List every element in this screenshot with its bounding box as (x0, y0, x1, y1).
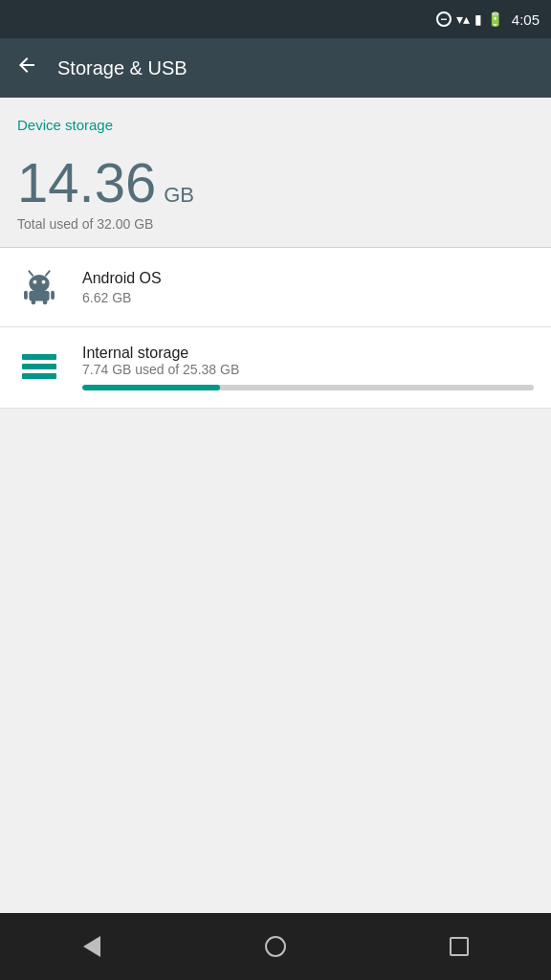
main-content: Device storage 14.36 GB Total used of 32… (0, 98, 551, 913)
storage-line-2 (22, 364, 56, 369)
nav-bar (0, 913, 551, 980)
svg-point-3 (33, 280, 37, 284)
internal-storage-text: Internal storage 7.74 GB used of 25.38 G… (82, 345, 534, 390)
status-icons: − ▾▴ ▮ 🔋 4:05 (436, 11, 540, 28)
back-nav-button[interactable] (63, 927, 121, 966)
do-not-disturb-icon: − (436, 11, 452, 27)
signal-icon: ▮ (474, 11, 482, 27)
svg-rect-8 (32, 300, 36, 304)
android-os-item[interactable]: Android OS 6.62 GB (0, 248, 551, 327)
storage-total-text: Total used of 32.00 GB (17, 216, 534, 232)
wifi-icon: ▾▴ (456, 11, 470, 27)
svg-line-2 (46, 271, 50, 276)
internal-storage-title: Internal storage (82, 345, 534, 362)
storage-amount-section: 14.36 GB Total used of 32.00 GB (0, 145, 551, 247)
storage-progress-fill (82, 385, 220, 390)
svg-line-1 (29, 271, 33, 276)
storage-used-number: 14.36 (17, 155, 156, 211)
top-app-bar: Storage & USB (0, 38, 551, 98)
svg-rect-5 (29, 291, 49, 301)
android-os-text: Android OS 6.62 GB (82, 270, 534, 305)
back-nav-icon (83, 936, 100, 957)
home-nav-icon (265, 936, 286, 957)
device-storage-label: Device storage (17, 117, 113, 133)
svg-point-4 (42, 280, 46, 284)
recents-nav-icon (450, 937, 469, 956)
device-storage-section: Device storage (0, 98, 551, 145)
back-button[interactable] (15, 54, 38, 82)
storage-icon (17, 345, 61, 389)
internal-storage-item[interactable]: Internal storage 7.74 GB used of 25.38 G… (0, 327, 551, 409)
storage-line-3 (22, 373, 56, 379)
status-bar: − ▾▴ ▮ 🔋 4:05 (0, 0, 551, 38)
android-icon (17, 265, 61, 309)
internal-storage-size: 7.74 GB used of 25.38 GB (82, 362, 534, 377)
status-time: 4:05 (512, 11, 540, 28)
page-title: Storage & USB (57, 57, 187, 79)
android-os-title: Android OS (82, 270, 534, 287)
storage-used-unit: GB (164, 183, 194, 208)
battery-icon: 🔋 (487, 11, 503, 27)
recents-nav-button[interactable] (430, 927, 488, 966)
storage-progress-bar (82, 385, 534, 390)
home-nav-button[interactable] (247, 927, 304, 966)
svg-rect-9 (43, 300, 48, 304)
storage-line-1 (22, 354, 56, 360)
svg-rect-7 (51, 291, 55, 300)
svg-rect-6 (24, 291, 28, 300)
android-os-size: 6.62 GB (82, 290, 534, 305)
svg-point-0 (29, 275, 49, 292)
storage-amount-display: 14.36 GB (17, 155, 534, 211)
